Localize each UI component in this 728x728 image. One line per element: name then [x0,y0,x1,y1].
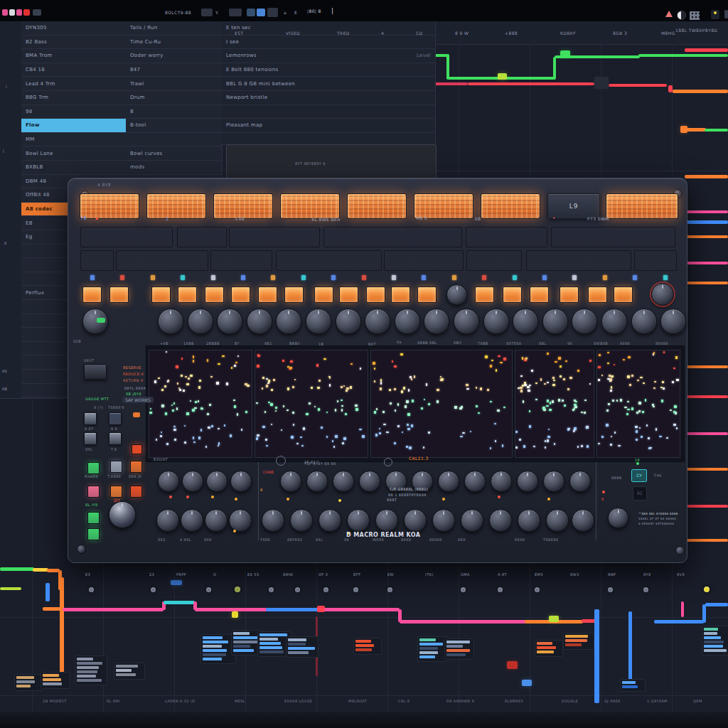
knob[interactable] [489,509,512,532]
display-panel[interactable] [149,350,252,458]
step-button[interactable] [503,287,522,303]
knob[interactable] [205,509,228,532]
knob[interactable] [631,309,657,334]
pad-button[interactable] [80,193,139,219]
signal-strip[interactable] [526,250,631,271]
signal-strip[interactable] [466,227,547,247]
step-button[interactable] [178,287,197,303]
knob[interactable] [513,309,538,334]
knob[interactable] [318,509,341,532]
knob[interactable] [182,471,203,492]
knob[interactable] [569,471,591,492]
pad-button[interactable] [347,193,407,219]
knob[interactable] [464,471,486,492]
knob[interactable] [446,284,467,305]
knob[interactable] [206,471,228,492]
knob[interactable] [158,471,179,492]
knob[interactable] [517,471,538,492]
step-button[interactable] [614,287,633,303]
knob[interactable] [608,508,628,528]
small-button[interactable] [84,412,97,425]
chip[interactable]: SAY WORKS [122,397,154,403]
step-button[interactable] [588,287,607,303]
pad-button[interactable] [146,193,206,219]
knob[interactable] [432,509,455,532]
function-button[interactable] [87,462,100,474]
step-button[interactable] [231,287,250,303]
pad-button[interactable] [213,193,273,219]
function-button[interactable] [110,461,122,473]
function-button[interactable] [110,486,122,498]
knob[interactable] [365,309,390,334]
master-knob[interactable] [109,501,136,528]
knob[interactable] [262,509,284,532]
knob[interactable] [306,471,328,492]
step-button[interactable] [475,287,494,303]
small-button[interactable] [109,412,122,425]
knob[interactable] [546,509,569,532]
fader-switch[interactable] [84,364,107,380]
display-panel[interactable] [370,350,513,458]
knob[interactable] [306,309,331,334]
knob[interactable] [518,509,540,532]
knob[interactable] [156,509,179,532]
knob[interactable] [188,309,213,334]
step-button[interactable] [284,287,304,303]
signal-strip[interactable] [276,250,382,271]
knob[interactable] [395,309,420,334]
knob[interactable] [359,471,380,492]
knob[interactable] [543,471,564,492]
step-button[interactable] [151,287,171,303]
function-button[interactable] [130,486,142,498]
knob[interactable] [347,509,370,532]
knob-highlighted[interactable] [651,283,674,306]
knob[interactable] [572,309,597,334]
knob[interactable] [438,471,459,492]
knob[interactable] [424,309,449,334]
function-button[interactable] [87,528,100,540]
pad-button[interactable] [481,193,540,219]
display-panel[interactable] [596,350,680,458]
display-panel[interactable] [255,350,368,458]
pad-button[interactable] [280,193,340,219]
knob[interactable] [181,509,203,532]
step-button[interactable] [391,287,410,303]
knob[interactable] [336,309,361,334]
signal-strip[interactable] [210,250,272,271]
step-button[interactable] [530,287,549,303]
pad-button[interactable] [606,193,678,219]
signal-strip[interactable] [384,250,464,271]
knob[interactable] [491,471,512,492]
knob[interactable] [217,309,242,334]
knob[interactable] [247,309,272,334]
small-button[interactable] [84,432,97,445]
knob[interactable] [229,509,252,532]
knob[interactable] [572,509,594,532]
knob[interactable] [276,309,301,334]
signal-strip[interactable] [177,227,227,247]
signal-strip[interactable] [634,250,677,271]
signal-strip[interactable] [80,227,173,247]
step-button[interactable] [339,287,358,303]
step-button[interactable] [417,287,437,303]
step-button[interactable] [205,287,224,303]
knob[interactable] [601,309,627,334]
knob[interactable] [483,309,509,334]
knob[interactable] [290,509,313,532]
signal-strip[interactable] [551,227,675,247]
knob[interactable] [375,509,398,532]
step-button[interactable] [82,287,102,303]
function-button[interactable] [87,512,100,524]
alert-button[interactable] [132,444,142,454]
knob[interactable] [280,471,301,492]
step-button[interactable] [560,287,579,303]
step-button[interactable] [366,287,385,303]
knob[interactable] [333,471,354,492]
step-button[interactable] [109,287,129,303]
small-button[interactable] [109,432,122,445]
signal-strip[interactable] [80,250,114,271]
knob[interactable] [461,509,483,532]
step-button[interactable] [258,287,277,303]
knob[interactable] [542,309,568,334]
signal-strip[interactable] [229,227,320,247]
